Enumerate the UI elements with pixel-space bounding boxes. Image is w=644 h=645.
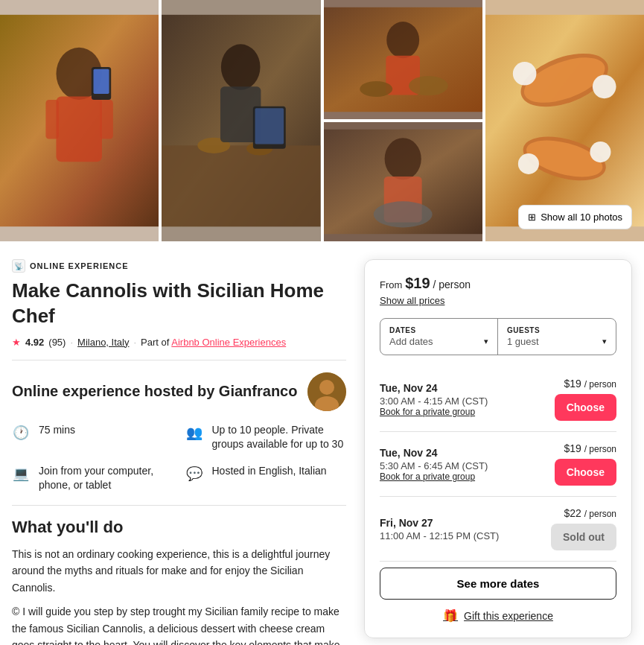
svg-rect-2 <box>56 97 101 162</box>
slot-2-time: 5:30 AM - 6:45 AM (CST) <box>380 460 488 471</box>
feature-group-size: 👥 Up to 10 people. Private groups availa… <box>185 423 347 452</box>
feature-duration: 🕐 75 mins <box>12 423 173 452</box>
host-title: Online experience hosted by Gianfranco <box>12 383 297 400</box>
guests-chevron-icon: ▾ <box>602 337 607 346</box>
feature-language: 💬 Hosted in English, Italian <box>185 464 347 493</box>
svg-rect-14 <box>255 108 284 144</box>
separator-2: · <box>133 337 136 348</box>
slot-2-action: $19 / person Choose <box>555 442 616 486</box>
slot-1-choose-button[interactable]: Choose <box>555 394 616 421</box>
more-dates-button[interactable]: See more dates <box>380 568 616 600</box>
feature-device-text: Join from your computer, phone, or table… <box>39 464 173 493</box>
svg-rect-8 <box>162 145 320 226</box>
slot-1-action: $19 / person Choose <box>555 378 616 421</box>
host-section: Online experience hosted by Gianfranco <box>12 372 346 411</box>
svg-rect-4 <box>100 100 113 139</box>
dates-value: Add dates ▾ <box>389 336 488 347</box>
svg-point-27 <box>513 62 537 86</box>
slot-1-info: Tue, Nov 24 3:00 AM - 4:15 AM (CST) Book… <box>380 382 488 417</box>
from-label: From <box>380 279 402 290</box>
slot-1-link[interactable]: Book for a private group <box>380 407 488 417</box>
svg-point-21 <box>384 138 421 179</box>
separator-1: · <box>70 337 73 348</box>
clock-icon: 🕐 <box>12 424 30 442</box>
slot-row-3: Fri, Nov 27 11:00 AM - 12:15 PM (CST) $2… <box>380 497 616 562</box>
dates-chevron-icon: ▾ <box>484 337 488 346</box>
dates-picker[interactable]: DATES Add dates ▾ <box>380 319 498 355</box>
slot-1-price: $19 / person <box>564 378 616 390</box>
svg-point-19 <box>360 81 392 97</box>
chat-icon: 💬 <box>185 465 203 483</box>
badge-row: 📡 ONLINE EXPERIENCE <box>12 259 346 273</box>
right-column: From $19 / person Show all prices DATES … <box>364 259 632 645</box>
photo-1 <box>0 0 159 241</box>
device-icon: 💻 <box>12 465 30 483</box>
slot-row-2: Tue, Nov 24 5:30 AM - 6:45 AM (CST) Book… <box>380 432 616 497</box>
show-all-label: Show all 10 photos <box>541 212 622 223</box>
group-icon: 👥 <box>185 424 203 442</box>
svg-rect-6 <box>93 69 109 94</box>
svg-point-23 <box>373 201 432 227</box>
feature-device: 💻 Join from your computer, phone, or tab… <box>12 464 173 493</box>
slot-2-link[interactable]: Book for a private group <box>380 471 488 482</box>
gift-icon: 🎁 <box>443 609 458 623</box>
show-all-photos-button[interactable]: ⊞ Show all 10 photos <box>518 205 632 229</box>
slot-row-1: Tue, Nov 24 3:00 AM - 4:15 AM (CST) Book… <box>380 367 616 432</box>
slot-3-sold-out-button: Sold out <box>551 524 616 550</box>
divider-1 <box>12 360 346 360</box>
slot-3-time: 11:00 AM - 12:15 PM (CST) <box>380 530 499 541</box>
rating-row: ★ 4.92 (95) · Milano, Italy · Part of Ai… <box>12 337 346 348</box>
photo-2 <box>162 0 320 241</box>
gift-experience-row[interactable]: 🎁 Gift this experience <box>380 609 616 623</box>
svg-point-34 <box>319 380 334 395</box>
show-all-prices-link[interactable]: Show all prices <box>380 295 616 306</box>
online-badge-text: ONLINE EXPERIENCE <box>30 261 129 270</box>
left-column: 📡 ONLINE EXPERIENCE Make Cannolis with S… <box>12 259 346 645</box>
photo-grid: ⊞ Show all 10 photos <box>0 0 644 241</box>
gift-label: Gift this experience <box>464 610 553 622</box>
star-icon: ★ <box>12 337 21 348</box>
dates-label: DATES <box>389 326 488 334</box>
slot-3-price: $22 / person <box>564 507 616 519</box>
per-person-label: / person <box>433 279 471 290</box>
date-guest-picker: DATES Add dates ▾ GUESTS 1 guest ▾ <box>380 318 616 355</box>
guests-picker[interactable]: GUESTS 1 guest ▾ <box>498 319 616 355</box>
slot-2-date: Tue, Nov 24 <box>380 447 488 459</box>
rating-count: (95) <box>48 337 66 348</box>
slot-2-choose-button[interactable]: Choose <box>555 459 616 486</box>
svg-rect-3 <box>45 100 59 139</box>
feature-language-text: Hosted in English, Italian <box>212 464 327 479</box>
booking-card: From $19 / person Show all prices DATES … <box>364 259 632 638</box>
slot-1-time: 3:00 AM - 4:15 AM (CST) <box>380 395 488 407</box>
svg-point-11 <box>221 44 261 89</box>
online-badge-icon: 📡 <box>12 259 25 273</box>
slot-3-action: $22 / person Sold out <box>551 507 616 550</box>
guests-label: GUESTS <box>507 326 607 334</box>
feature-duration-text: 75 mins <box>39 423 75 438</box>
what-you-do-desc2: © I will guide you step by step trought … <box>12 603 346 645</box>
svg-point-31 <box>518 153 539 174</box>
what-you-do-title: What you'll do <box>12 518 346 537</box>
photo-3 <box>324 0 482 119</box>
svg-point-16 <box>386 22 419 58</box>
grid-icon: ⊞ <box>528 212 536 223</box>
page-title: Make Cannolis with Sicilian Home Chef <box>12 279 346 329</box>
what-you-do-desc1: This is not an ordinary cooking experien… <box>12 546 346 596</box>
rating-score: 4.92 <box>25 337 44 348</box>
slot-3-info: Fri, Nov 27 11:00 AM - 12:15 PM (CST) <box>380 517 499 541</box>
svg-point-28 <box>593 75 616 99</box>
guests-value: 1 guest ▾ <box>507 336 607 347</box>
part-of-label: Part of Airbnb Online Experiences <box>141 337 286 348</box>
location-link[interactable]: Milano, Italy <box>77 337 129 348</box>
slot-2-info: Tue, Nov 24 5:30 AM - 6:45 AM (CST) Book… <box>380 447 488 482</box>
slot-1-date: Tue, Nov 24 <box>380 382 488 394</box>
content-area: 📡 ONLINE EXPERIENCE Make Cannolis with S… <box>0 241 644 645</box>
features-grid: 🕐 75 mins 👥 Up to 10 people. Private gro… <box>12 423 346 493</box>
price-row: From $19 / person <box>380 275 616 292</box>
airbnb-experiences-link[interactable]: Airbnb Online Experiences <box>171 337 286 348</box>
svg-rect-24 <box>485 15 644 226</box>
feature-group-text: Up to 10 people. Private groups availabl… <box>212 423 347 452</box>
base-price: $19 <box>405 275 430 291</box>
slot-2-price: $19 / person <box>564 442 616 454</box>
photo-4 <box>324 122 482 241</box>
